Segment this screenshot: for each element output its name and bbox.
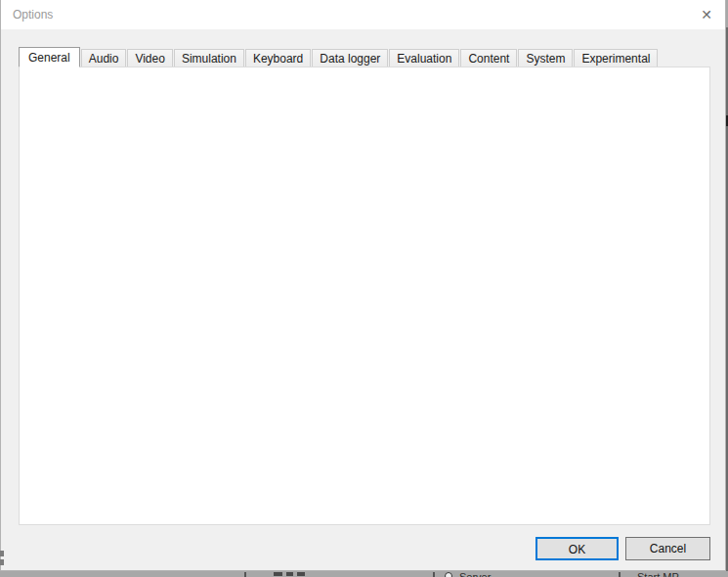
window-behind-fragment	[244, 572, 246, 577]
window-behind-fragment	[297, 572, 305, 576]
tab-data-logger[interactable]: Data logger	[312, 49, 388, 67]
tab-general[interactable]: General	[19, 47, 80, 67]
window-behind-fragment	[286, 572, 293, 576]
window-behind-bottom-strip: Server Start MP	[0, 570, 728, 577]
tab-video[interactable]: Video	[127, 49, 172, 67]
window-behind-label: Start MP	[637, 571, 679, 577]
screen: Server Start MP Options ✕ General Audio …	[0, 0, 728, 577]
window-behind-fragment	[0, 551, 4, 556]
window-behind-label: Server	[459, 571, 491, 577]
window-behind-fragment	[0, 559, 4, 565]
tab-keyboard[interactable]: Keyboard	[245, 49, 311, 67]
window-behind-fragment	[433, 572, 435, 577]
general-tab-page	[19, 67, 710, 525]
tab-strip: General Audio Video Simulation Keyboard …	[19, 47, 659, 67]
tab-experimental[interactable]: Experimental	[574, 49, 658, 67]
server-radio-fragment	[445, 572, 452, 577]
window-title: Options	[13, 8, 53, 22]
cancel-button[interactable]: Cancel	[625, 537, 710, 560]
close-icon[interactable]: ✕	[693, 5, 720, 24]
tab-evaluation[interactable]: Evaluation	[389, 49, 459, 67]
window-behind-fragment	[274, 572, 282, 576]
tab-audio[interactable]: Audio	[81, 49, 127, 67]
tab-system[interactable]: System	[518, 49, 573, 67]
options-dialog: Options ✕ General Audio Video Simulation…	[0, 0, 726, 571]
tab-simulation[interactable]: Simulation	[174, 49, 244, 67]
ok-button[interactable]: OK	[535, 537, 619, 560]
title-bar: Options ✕	[1, 0, 725, 29]
tab-content[interactable]: Content	[460, 49, 517, 67]
window-behind-fragment	[619, 572, 621, 577]
